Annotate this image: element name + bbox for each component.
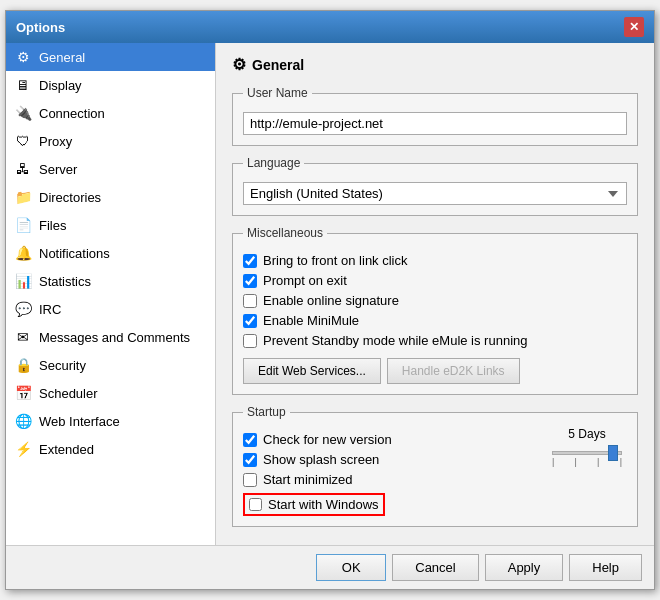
sidebar-label-directories: Directories (39, 190, 101, 205)
sidebar-icon-notifications: 🔔 (14, 244, 32, 262)
sidebar-item-statistics[interactable]: 📊 Statistics (6, 267, 215, 295)
web-services-row: Edit Web Services... Handle eD2K Links (243, 358, 627, 384)
startup-checkbox-2[interactable] (243, 473, 257, 487)
sidebar-item-connection[interactable]: 🔌 Connection (6, 99, 215, 127)
language-group: Language English (United States)GermanFr… (232, 156, 638, 216)
panel-header: ⚙ General (232, 55, 638, 74)
username-input[interactable] (243, 112, 627, 135)
cancel-button[interactable]: Cancel (392, 554, 478, 581)
help-button[interactable]: Help (569, 554, 642, 581)
misc-label-4: Prevent Standby mode while eMule is runn… (263, 333, 527, 348)
sidebar-icon-display: 🖥 (14, 76, 32, 94)
start-with-windows-checkbox[interactable] (249, 498, 262, 511)
sidebar-label-extended: Extended (39, 442, 94, 457)
sidebar-item-display[interactable]: 🖥 Display (6, 71, 215, 99)
misc-checkbox-row-3: Enable MiniMule (243, 313, 627, 328)
edit-web-services-button[interactable]: Edit Web Services... (243, 358, 381, 384)
sidebar-label-files: Files (39, 218, 66, 233)
sidebar-label-display: Display (39, 78, 82, 93)
misc-label-1: Prompt on exit (263, 273, 347, 288)
dialog-footer: OK Cancel Apply Help (6, 545, 654, 589)
days-label: 5 Days (568, 427, 605, 441)
start-with-windows-label: Start with Windows (268, 497, 379, 512)
misc-checkbox-4[interactable] (243, 334, 257, 348)
sidebar-icon-connection: 🔌 (14, 104, 32, 122)
start-with-windows-row: Start with Windows (243, 493, 627, 516)
startup-group: Startup Check for new version Show splas… (232, 405, 638, 527)
close-button[interactable]: ✕ (624, 17, 644, 37)
sidebar-icon-files: 📄 (14, 216, 32, 234)
title-bar: Options ✕ (6, 11, 654, 43)
sidebar-label-webinterface: Web Interface (39, 414, 120, 429)
ok-button[interactable]: OK (316, 554, 386, 581)
sidebar: ⚙ General 🖥 Display 🔌 Connection 🛡 Proxy… (6, 43, 216, 545)
misc-checkbox-0[interactable] (243, 254, 257, 268)
sidebar-icon-directories: 📁 (14, 188, 32, 206)
sidebar-icon-webinterface: 🌐 (14, 412, 32, 430)
misc-checkbox-2[interactable] (243, 294, 257, 308)
start-with-windows-highlight: Start with Windows (243, 493, 385, 516)
sidebar-item-irc[interactable]: 💬 IRC (6, 295, 215, 323)
sidebar-label-security: Security (39, 358, 86, 373)
sidebar-icon-general: ⚙ (14, 48, 32, 66)
startup-label-2: Start minimized (263, 472, 353, 487)
tick-1: | (552, 457, 554, 467)
misc-checkbox-row-4: Prevent Standby mode while eMule is runn… (243, 333, 627, 348)
startup-checkboxes: Check for new version Show splash screen… (243, 427, 537, 487)
misc-checkbox-3[interactable] (243, 314, 257, 328)
sidebar-icon-security: 🔒 (14, 356, 32, 374)
sidebar-icon-proxy: 🛡 (14, 132, 32, 150)
startup-checkbox-row-1: Show splash screen (243, 452, 537, 467)
sidebar-icon-irc: 💬 (14, 300, 32, 318)
sidebar-label-scheduler: Scheduler (39, 386, 98, 401)
panel-title-text: General (252, 57, 304, 73)
sidebar-item-notifications[interactable]: 🔔 Notifications (6, 239, 215, 267)
sidebar-label-general: General (39, 50, 85, 65)
sidebar-item-files[interactable]: 📄 Files (6, 211, 215, 239)
language-legend: Language (243, 156, 304, 170)
misc-label-3: Enable MiniMule (263, 313, 359, 328)
startup-checkbox-0[interactable] (243, 433, 257, 447)
slider-thumb[interactable] (608, 445, 618, 461)
username-legend: User Name (243, 86, 312, 100)
sidebar-label-statistics: Statistics (39, 274, 91, 289)
sidebar-item-messages[interactable]: ✉ Messages and Comments (6, 323, 215, 351)
startup-legend: Startup (243, 405, 290, 419)
misc-checkbox-row-1: Prompt on exit (243, 273, 627, 288)
sidebar-item-security[interactable]: 🔒 Security (6, 351, 215, 379)
misc-checkbox-1[interactable] (243, 274, 257, 288)
sidebar-icon-scheduler: 📅 (14, 384, 32, 402)
sidebar-item-webinterface[interactable]: 🌐 Web Interface (6, 407, 215, 435)
sidebar-label-messages: Messages and Comments (39, 330, 190, 345)
dialog-title: Options (16, 20, 65, 35)
tick-4: | (620, 457, 622, 467)
apply-button[interactable]: Apply (485, 554, 564, 581)
sidebar-label-connection: Connection (39, 106, 105, 121)
misc-legend: Miscellaneous (243, 226, 327, 240)
startup-checkbox-row-0: Check for new version (243, 432, 537, 447)
handle-ed2k-button[interactable]: Handle eD2K Links (387, 358, 520, 384)
sidebar-item-extended[interactable]: ⚡ Extended (6, 435, 215, 463)
startup-checkbox-row-2: Start minimized (243, 472, 537, 487)
sidebar-icon-server: 🖧 (14, 160, 32, 178)
sidebar-item-proxy[interactable]: 🛡 Proxy (6, 127, 215, 155)
language-select[interactable]: English (United States)GermanFrenchSpani… (243, 182, 627, 205)
tick-2: | (575, 457, 577, 467)
days-control: 5 Days | | | | (547, 427, 627, 467)
misc-label-2: Enable online signature (263, 293, 399, 308)
misc-checkbox-row-0: Bring to front on link click (243, 253, 627, 268)
panel-icon: ⚙ (232, 55, 246, 74)
sidebar-label-notifications: Notifications (39, 246, 110, 261)
username-group: User Name (232, 86, 638, 146)
sidebar-label-irc: IRC (39, 302, 61, 317)
sidebar-label-proxy: Proxy (39, 134, 72, 149)
sidebar-label-server: Server (39, 162, 77, 177)
startup-checkbox-1[interactable] (243, 453, 257, 467)
startup-label-1: Show splash screen (263, 452, 379, 467)
sidebar-item-directories[interactable]: 📁 Directories (6, 183, 215, 211)
misc-group: Miscellaneous Bring to front on link cli… (232, 226, 638, 395)
sidebar-item-general[interactable]: ⚙ General (6, 43, 215, 71)
sidebar-item-scheduler[interactable]: 📅 Scheduler (6, 379, 215, 407)
sidebar-item-server[interactable]: 🖧 Server (6, 155, 215, 183)
startup-label-0: Check for new version (263, 432, 392, 447)
